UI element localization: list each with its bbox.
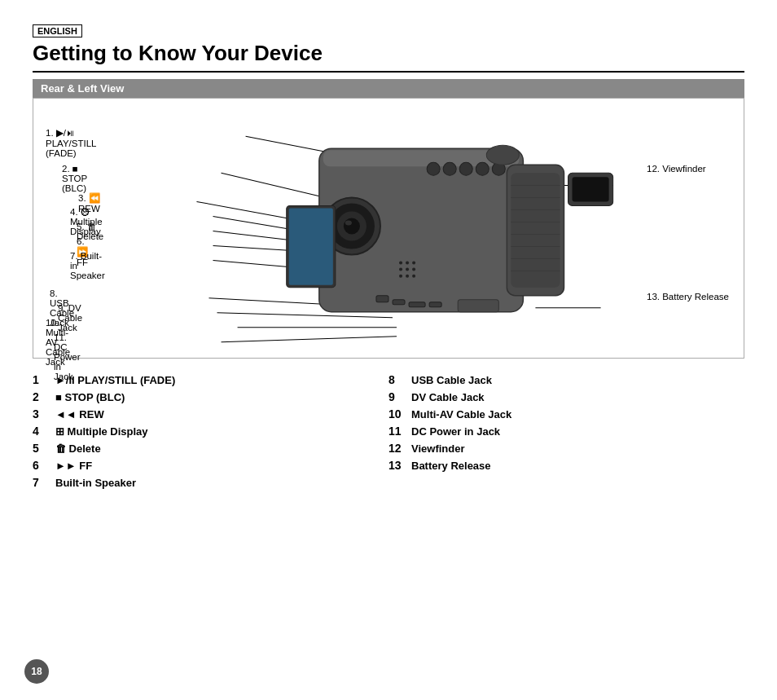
desc-num-10: 10: [388, 407, 411, 420]
svg-point-34: [427, 162, 440, 175]
svg-point-39: [486, 145, 519, 165]
svg-rect-41: [393, 300, 405, 305]
svg-point-48: [399, 268, 402, 271]
desc-item-8: 8 USB Cable Jack: [388, 373, 744, 386]
desc-num-13: 13: [388, 459, 411, 472]
desc-item-7: 7 Built-in Speaker: [33, 476, 388, 489]
desc-num-2: 2: [33, 390, 55, 403]
desc-item-9: 9 DV Cable Jack: [388, 390, 744, 403]
svg-rect-40: [376, 296, 388, 302]
desc-text-5: 🗑 Delete: [55, 442, 101, 455]
svg-rect-33: [289, 208, 333, 284]
desc-item-4: 4 ⊞ Multiple Display: [33, 425, 388, 438]
desc-num-11: 11: [388, 425, 411, 438]
svg-point-52: [406, 275, 409, 278]
desc-item-5: 5 🗑 Delete: [33, 442, 388, 455]
desc-num-12: 12: [388, 442, 411, 455]
desc-text-11: DC Power in Jack: [411, 425, 500, 438]
svg-rect-31: [573, 177, 609, 201]
page-title: Getting to Know Your Device: [33, 41, 744, 73]
svg-point-53: [412, 275, 415, 278]
desc-text-12: Viewfinder: [411, 442, 465, 455]
desc-col-2: 8 USB Cable Jack 9 DV Cable Jack 10 Mult…: [388, 373, 744, 493]
svg-point-19: [345, 220, 352, 225]
desc-item-13: 13 Battery Release: [388, 459, 744, 472]
desc-num-5: 5: [33, 442, 55, 455]
diagram-box: 1. ▶/⏯ PLAY/STILL (FADE) 2. ■ STOP (BLC)…: [33, 98, 744, 359]
desc-item-6: 6 ►► FF: [33, 459, 388, 472]
language-label: ENGLISH: [33, 24, 82, 37]
desc-item-2: 2 ■ STOP (BLC): [33, 390, 388, 403]
desc-num-9: 9: [388, 390, 411, 403]
svg-point-49: [406, 268, 409, 271]
desc-item-3: 3 ◄◄ REW: [33, 407, 388, 420]
svg-point-35: [443, 162, 456, 175]
desc-text-10: Multi-AV Cable Jack: [411, 408, 511, 420]
desc-num-4: 4: [33, 425, 55, 438]
desc-num-6: 6: [33, 459, 55, 472]
desc-text-9: DV Cable Jack: [411, 391, 485, 403]
desc-text-7: Built-in Speaker: [55, 477, 136, 489]
svg-rect-42: [409, 302, 425, 307]
svg-rect-44: [458, 300, 498, 312]
desc-item-10: 10 Multi-AV Cable Jack: [388, 407, 744, 420]
desc-text-3: ◄◄ REW: [55, 408, 104, 420]
desc-item-1: 1 ►/II PLAY/STILL (FADE): [33, 373, 388, 386]
page-number-badge: 18: [24, 659, 49, 684]
desc-item-12: 12 Viewfinder: [388, 442, 744, 455]
desc-text-13: Battery Release: [411, 460, 491, 472]
svg-point-50: [412, 268, 415, 271]
svg-rect-43: [429, 302, 441, 307]
section-header: Rear & Left View: [33, 79, 744, 98]
svg-point-36: [459, 162, 472, 175]
camera-diagram: [33, 99, 744, 358]
description-section: 1 ►/II PLAY/STILL (FADE) 2 ■ STOP (BLC) …: [33, 373, 744, 493]
svg-point-46: [406, 262, 409, 265]
svg-point-45: [399, 262, 402, 265]
desc-num-7: 7: [33, 476, 55, 489]
svg-rect-21: [511, 173, 560, 287]
svg-point-18: [344, 218, 360, 234]
desc-col-1: 1 ►/II PLAY/STILL (FADE) 2 ■ STOP (BLC) …: [33, 373, 388, 493]
svg-point-47: [412, 262, 415, 265]
desc-item-11: 11 DC Power in Jack: [388, 425, 744, 438]
desc-num-1: 1: [33, 373, 55, 386]
desc-num-8: 8: [388, 373, 411, 386]
desc-text-4: ⊞ Multiple Display: [55, 425, 148, 438]
desc-num-3: 3: [33, 407, 55, 420]
desc-text-2: ■ STOP (BLC): [55, 391, 125, 403]
svg-point-51: [399, 275, 402, 278]
desc-text-6: ►► FF: [55, 460, 92, 472]
svg-line-8: [217, 313, 393, 318]
svg-point-37: [476, 162, 489, 175]
desc-text-8: USB Cable Jack: [411, 374, 492, 386]
svg-line-10: [222, 337, 397, 342]
